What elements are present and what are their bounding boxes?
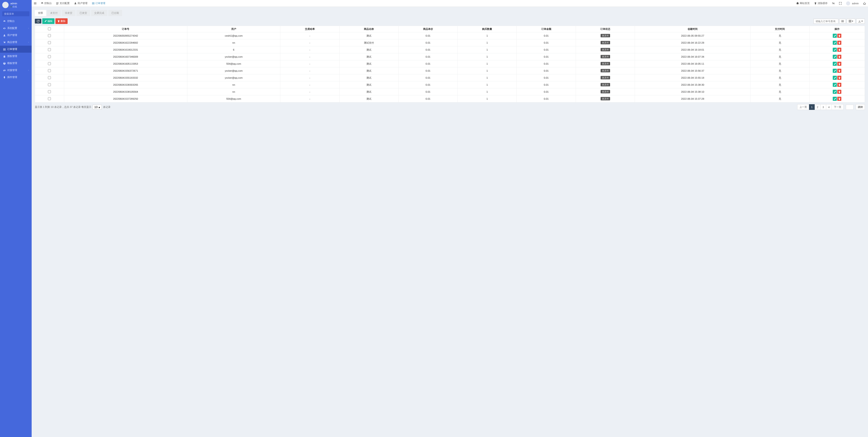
cell-user: nn [187, 88, 280, 95]
pencil-icon [834, 49, 836, 51]
sidebar-item-6[interactable]: 模板管理 [0, 60, 32, 67]
sidebar-item-0[interactable]: 控制台 [0, 18, 32, 25]
row-checkbox[interactable] [48, 69, 51, 72]
row-checkbox[interactable] [48, 55, 51, 58]
row-edit-button[interactable] [833, 41, 837, 45]
topbar-tab-1[interactable]: 控制台 [39, 0, 54, 6]
row-delete-button[interactable] [837, 83, 841, 87]
sidebar-item-5[interactable]: 授权管理 [0, 53, 32, 60]
page-number[interactable]: 4 [826, 104, 832, 110]
refresh-button[interactable] [35, 19, 41, 24]
sidebar-item-3[interactable]: 商品管理‹ [0, 39, 32, 46]
delete-button[interactable]: 删除 [55, 18, 68, 24]
column-header[interactable]: 创建时间 [635, 26, 750, 32]
page-size-select[interactable]: 10 ▴ [93, 105, 102, 110]
row-checkbox[interactable] [48, 48, 51, 51]
page-jump-input[interactable] [846, 105, 854, 110]
row-edit-button[interactable] [833, 62, 837, 66]
row-edit-button[interactable] [833, 76, 837, 80]
column-header[interactable]: 用户 [187, 26, 280, 32]
column-header[interactable]: 交易哈希 [280, 26, 340, 32]
row-checkbox[interactable] [48, 90, 51, 93]
page-next[interactable]: 下一页 [832, 104, 844, 110]
tab-2[interactable]: 待发货 [62, 10, 75, 16]
page-prev[interactable]: 上一页 [797, 104, 809, 110]
cell-actions [809, 32, 865, 39]
topbar-action-2[interactable] [830, 0, 837, 6]
tab-3[interactable]: 已发货 [76, 10, 90, 16]
table-row: 202206041622284682nn-测试支付0.0110.01未支付202… [35, 39, 865, 46]
row-edit-button[interactable] [833, 83, 837, 87]
topbar-action-0[interactable]: 网站首页 [794, 0, 812, 6]
row-edit-button[interactable] [833, 55, 837, 59]
topbar-action-1[interactable]: 清除缓存 [812, 0, 830, 6]
search-input[interactable] [2, 11, 29, 16]
sidebar-item-4[interactable]: 订单管理 [0, 46, 32, 53]
row-delete-button[interactable] [837, 97, 841, 101]
column-header[interactable]: 操作 [809, 26, 865, 32]
row-delete-button[interactable] [837, 76, 841, 80]
table-row: 202206050955274342ceshi1@qq.com-测试0.0110… [35, 32, 865, 39]
row-delete-button[interactable] [837, 55, 841, 59]
sidebar-item-1[interactable]: 系统配置‹ [0, 25, 32, 32]
row-checkbox[interactable] [48, 34, 51, 37]
tab-5[interactable]: 已过期 [108, 10, 122, 16]
row-delete-button[interactable] [837, 34, 841, 38]
cell-actions [809, 95, 865, 102]
order-search-input[interactable] [813, 19, 838, 24]
topbar-action-3[interactable] [837, 0, 844, 6]
column-header[interactable]: 购买数量 [458, 26, 517, 32]
row-delete-button[interactable] [837, 62, 841, 66]
column-header[interactable]: 订单状态 [576, 26, 635, 32]
column-header[interactable]: 订单金额 [517, 26, 576, 32]
row-edit-button[interactable] [833, 34, 837, 38]
row-checkbox[interactable] [48, 41, 51, 44]
cell-product: 测试 [339, 88, 399, 95]
row-edit-button[interactable] [833, 90, 837, 94]
row-edit-button[interactable] [833, 97, 837, 101]
edit-button[interactable]: 编辑 [42, 18, 55, 24]
tab-4[interactable]: 交易完成 [91, 10, 107, 16]
page-number[interactable]: 2 [815, 104, 820, 110]
cell-hash: - [280, 39, 340, 46]
cog-icon [3, 27, 6, 30]
topbar-tab-4[interactable]: 订单管理 [90, 0, 107, 6]
toggle-view-button[interactable] [839, 19, 846, 24]
columns-button[interactable]: ▾ [847, 19, 855, 24]
row-delete-button[interactable] [837, 90, 841, 94]
topbar-tab-0[interactable] [32, 0, 39, 6]
row-checkbox[interactable] [48, 97, 51, 100]
tab-0[interactable]: 全部 [35, 10, 46, 16]
select-all-checkbox[interactable] [48, 27, 51, 30]
column-header[interactable]: 订单号 [64, 26, 187, 32]
row-edit-button[interactable] [833, 69, 837, 73]
topbar-tab-3[interactable]: 用户管理 [72, 0, 90, 6]
cell-status: 未支付 [576, 95, 635, 102]
column-header[interactable]: 商品单价 [399, 26, 458, 32]
cell-price: 0.01 [399, 74, 458, 82]
cell-qty: 1 [458, 53, 517, 60]
page-number[interactable]: 1 [809, 104, 815, 110]
list-icon [3, 48, 6, 51]
cell-created: 2022-06-04 15:38:10 [635, 88, 750, 95]
column-header[interactable]: 商品名称 [339, 26, 399, 32]
row-delete-button[interactable] [837, 69, 841, 73]
sidebar-item-8[interactable]: 插件管理 [0, 74, 32, 81]
sidebar-item-7[interactable]: 对接管理‹ [0, 67, 32, 74]
row-checkbox[interactable] [48, 83, 51, 86]
topbar-tab-2[interactable]: 支付配置 [54, 0, 72, 6]
row-checkbox[interactable] [48, 62, 51, 65]
page-number[interactable]: 3 [820, 104, 826, 110]
tab-1[interactable]: 未支付 [47, 10, 61, 16]
topbar-logout[interactable] [861, 0, 868, 6]
export-button[interactable]: ▾ [856, 19, 865, 24]
page-go-button[interactable]: 跳转 [856, 104, 865, 110]
column-header[interactable]: 支付时间 [750, 26, 810, 32]
trash-icon [838, 70, 841, 72]
row-checkbox[interactable] [48, 76, 51, 79]
row-delete-button[interactable] [837, 48, 841, 52]
topbar-user[interactable]: admin [844, 0, 861, 6]
sidebar-item-2[interactable]: 用户管理 [0, 32, 32, 39]
row-edit-button[interactable] [833, 48, 837, 52]
row-delete-button[interactable] [837, 41, 841, 45]
